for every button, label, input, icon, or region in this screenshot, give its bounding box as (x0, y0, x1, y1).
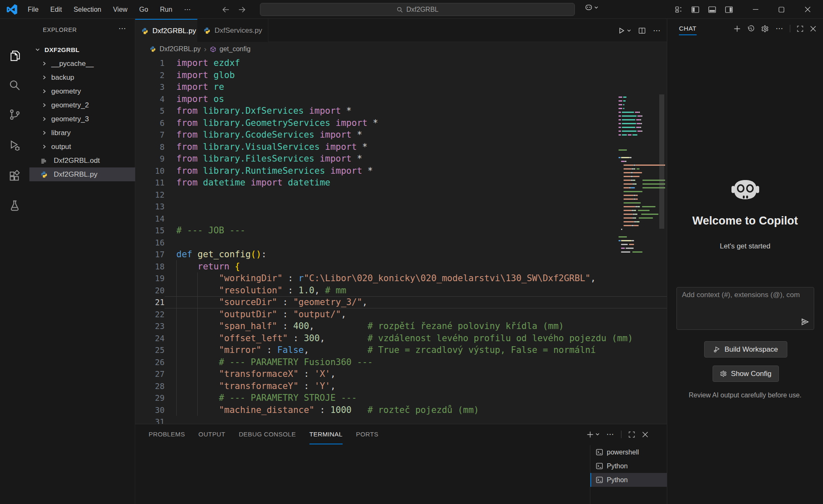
panel-tab-debug-console[interactable]: DEBUG CONSOLE (239, 424, 296, 444)
tree-item-backup[interactable]: backup (29, 71, 135, 84)
show-config-button[interactable]: Show Config (713, 366, 779, 382)
nav-forward-icon[interactable] (238, 5, 246, 14)
code-line-20[interactable]: 20 "resolution" : 1.0, # mm (135, 285, 667, 297)
send-icon[interactable] (800, 318, 810, 326)
source-control-icon[interactable] (8, 108, 21, 121)
code-line-4[interactable]: 4import os (135, 93, 667, 105)
chat-more-actions-icon[interactable]: ⋯ (776, 24, 784, 33)
tree-item-library[interactable]: library (29, 126, 135, 140)
code-line-26[interactable]: 26 # --- PARAMETRY Fusion360 --- (135, 356, 667, 368)
code-line-19[interactable]: 19 "workingDir" : r"C:\Libor\020_konicky… (135, 272, 667, 285)
code-line-17[interactable]: 17def get_config(): (135, 248, 667, 261)
minimap[interactable] (617, 94, 665, 424)
tree-item-output[interactable]: output (29, 140, 135, 154)
code-line-10[interactable]: 10from library.RuntimeServices import * (135, 165, 667, 177)
code-editor[interactable]: 1import ezdxf2import glob3import re4impo… (135, 56, 667, 424)
code-line-5[interactable]: 5from library.DxfServices import * (135, 105, 667, 117)
code-line-1[interactable]: 1import ezdxf (135, 57, 667, 69)
code-line-8[interactable]: 8from library.VisualServices import * (135, 141, 667, 153)
customize-layout-icon[interactable] (674, 5, 683, 14)
tree-item--pycache-[interactable]: __pycache__ (29, 57, 135, 71)
editor-more-actions-icon[interactable]: ⋯ (653, 26, 661, 35)
code-line-7[interactable]: 7from library.GcodeServices import * (135, 129, 667, 141)
close-panel-icon[interactable] (642, 431, 648, 438)
tree-item-dxf2grbl-py[interactable]: Dxf2GRBL.py (29, 167, 135, 181)
code-line-21[interactable]: 21 "sourceDir" : "geometry_3/", (135, 296, 667, 308)
code-line-29[interactable]: 29 # --- PARAMETRY STROJE --- (135, 392, 667, 404)
minimize-button[interactable] (742, 0, 768, 19)
code-line-15[interactable]: 15# --- JOB --- (135, 225, 667, 237)
editor-tab-dxfservices-py[interactable]: DxfServices.py (197, 19, 268, 42)
run-python-file-button[interactable] (617, 26, 631, 35)
split-editor-icon[interactable] (638, 26, 646, 35)
code-line-22[interactable]: 22 "outputDir" : "output/", (135, 308, 667, 321)
new-chat-icon[interactable] (734, 25, 741, 32)
code-line-2[interactable]: 2import glob (135, 69, 667, 81)
menu-view[interactable]: View (107, 4, 133, 16)
code-line-12[interactable]: 12 (135, 189, 667, 201)
search-view-icon[interactable] (8, 79, 21, 91)
menu-edit[interactable]: Edit (45, 4, 68, 16)
chat-maximize-icon[interactable] (797, 25, 804, 32)
explorer-more-actions-icon[interactable]: ⋯ (116, 23, 129, 34)
tree-item-dxf2grbl[interactable]: DXF2GRBL (29, 43, 135, 57)
code-line-18[interactable]: 18 return { (135, 261, 667, 273)
code-line-23[interactable]: 23 "span_half" : 400, # rozpětí řezané p… (135, 320, 667, 332)
panel-tab-terminal[interactable]: TERMINAL (309, 424, 343, 444)
close-window-button[interactable] (794, 0, 820, 19)
testing-icon[interactable] (8, 199, 21, 212)
tree-item-geometry-2[interactable]: geometry_2 (29, 98, 135, 112)
code-line-6[interactable]: 6from library.GeometryServices import * (135, 117, 667, 129)
chat-settings-gear-icon[interactable] (761, 25, 769, 33)
code-line-28[interactable]: 28 "transformaceY" : 'Y', (135, 380, 667, 392)
chat-input-box[interactable] (676, 287, 814, 330)
code-line-11[interactable]: 11from datetime import datetime (135, 177, 667, 189)
maximize-button[interactable] (768, 0, 794, 19)
terminal-instance-python-1[interactable]: Python (590, 459, 667, 473)
command-center-search[interactable]: Dxf2GRBL (260, 3, 575, 16)
menu-go[interactable]: Go (134, 4, 154, 16)
code-line-30[interactable]: 30 "machine_distance" : 1000 # rozteč po… (135, 404, 667, 416)
run-and-debug-icon[interactable] (8, 139, 21, 152)
terminal-instance-powershell-0[interactable]: powershell (590, 445, 667, 459)
chat-history-icon[interactable] (747, 25, 755, 33)
chat-tab[interactable]: CHAT (679, 25, 697, 35)
panel-tab-output[interactable]: OUTPUT (199, 424, 225, 444)
menu-more[interactable]: ⋯ (178, 3, 197, 16)
code-line-16[interactable]: 16 (135, 237, 667, 249)
close-chat-icon[interactable] (810, 26, 816, 32)
build-workspace-button[interactable]: Build Workspace (704, 341, 787, 358)
menu-run[interactable]: Run (154, 4, 178, 16)
tree-item-geometry[interactable]: geometry (29, 84, 135, 98)
panel-tab-ports[interactable]: PORTS (356, 424, 378, 444)
code-line-25[interactable]: 25 "mirror" : False, # True = zrcadlový … (135, 344, 667, 356)
code-line-3[interactable]: 3import re (135, 81, 667, 93)
new-terminal-button[interactable] (587, 431, 600, 438)
tree-item-dxf2grbl-odt[interactable]: Dxf2GRBL.odt (29, 154, 135, 167)
maximize-panel-icon[interactable] (628, 431, 635, 438)
toggle-panel-icon[interactable] (708, 5, 717, 14)
menu-selection[interactable]: Selection (68, 4, 107, 16)
menu-file[interactable]: File (22, 4, 45, 16)
code-line-13[interactable]: 13 (135, 201, 667, 213)
panel-tab-problems[interactable]: PROBLEMS (149, 424, 185, 444)
code-line-9[interactable]: 9from library.FilesServices import * (135, 153, 667, 165)
extensions-icon[interactable] (8, 170, 21, 183)
toggle-secondary-sidebar-icon[interactable] (724, 5, 734, 14)
editor-scrollbar[interactable] (659, 94, 664, 229)
copilot-menu-button[interactable] (584, 4, 598, 11)
breadcrumb-file[interactable]: Dxf2GRBL.py (160, 45, 201, 53)
breadcrumb-symbol[interactable]: get_config (220, 45, 251, 53)
code-line-31[interactable]: 31 (135, 416, 667, 424)
explorer-icon[interactable] (8, 50, 21, 62)
nav-back-icon[interactable] (222, 5, 230, 14)
code-line-24[interactable]: 24 "offset_left" : 300, # vzdálenost lev… (135, 332, 667, 345)
code-line-27[interactable]: 27 "transformaceX" : 'X', (135, 368, 667, 380)
code-line-14[interactable]: 14 (135, 213, 667, 225)
terminal-instance-python-2[interactable]: Python (590, 473, 667, 487)
toggle-sidebar-icon[interactable] (691, 5, 700, 14)
breadcrumb[interactable]: Dxf2GRBL.py › get_config (135, 42, 667, 56)
tree-item-geometry-3[interactable]: geometry_3 (29, 112, 135, 126)
panel-more-actions-icon[interactable]: ⋯ (606, 430, 614, 439)
chat-input[interactable] (682, 291, 810, 299)
